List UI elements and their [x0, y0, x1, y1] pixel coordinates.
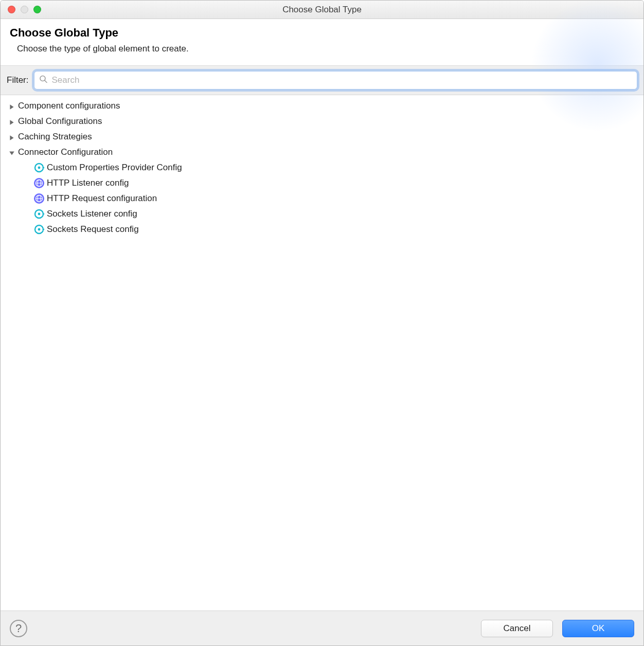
tree-leaf[interactable]: Sockets Listener config — [3, 206, 641, 222]
chevron-right-icon[interactable] — [9, 118, 16, 125]
tree-leaf-label: HTTP Listener config — [47, 178, 129, 188]
tree-node[interactable]: Global Configurations — [3, 114, 641, 129]
titlebar: Choose Global Type — [1, 1, 643, 19]
zoom-window-button[interactable] — [33, 6, 41, 13]
tree-node-label: Caching Strategies — [18, 132, 92, 142]
globe-icon — [33, 177, 45, 189]
search-input-wrapper — [34, 71, 638, 89]
svg-marker-5 — [9, 151, 14, 155]
ok-button[interactable]: OK — [562, 620, 634, 637]
svg-rect-25 — [43, 229, 45, 230]
tree-leaf-label: Custom Properties Provider Config — [47, 163, 182, 173]
search-input[interactable] — [34, 71, 638, 89]
dialog-footer: ? Cancel OK — [1, 611, 643, 645]
tree-leaf-label: Sockets Request config — [47, 224, 139, 235]
tree-node[interactable]: Component configurations — [3, 98, 641, 114]
tree-leaf[interactable]: Custom Properties Provider Config — [3, 160, 641, 175]
dialog-heading: Choose Global Type — [10, 26, 634, 40]
window-title: Choose Global Type — [1, 5, 643, 15]
minimize-window-button — [21, 6, 28, 13]
tree-leaf-label: HTTP Request configuration — [47, 193, 157, 204]
dialog-window: Choose Global Type Choose Global Type Ch… — [0, 0, 644, 646]
filter-label: Filter: — [7, 75, 29, 85]
svg-marker-2 — [10, 104, 13, 110]
tree-leaf-label: Sockets Listener config — [47, 209, 137, 219]
type-tree[interactable]: Component configurationsGlobal Configura… — [1, 95, 643, 611]
globe-icon — [33, 193, 45, 204]
tree-node-label: Global Configurations — [18, 116, 102, 127]
connector-icon — [33, 208, 45, 220]
connector-icon — [33, 224, 45, 235]
tree-node-label: Component configurations — [18, 101, 120, 111]
tree-leaf[interactable]: Sockets Request config — [3, 222, 641, 237]
svg-point-7 — [38, 167, 41, 169]
svg-rect-9 — [43, 167, 45, 169]
svg-point-19 — [38, 213, 41, 216]
svg-rect-21 — [43, 213, 45, 215]
close-window-button[interactable] — [8, 6, 15, 13]
dialog-subtext: Choose the type of global element to cre… — [10, 44, 634, 54]
chevron-right-icon[interactable] — [9, 102, 16, 110]
tree-node[interactable]: Connector Configuration — [3, 145, 641, 160]
tree-node-label: Connector Configuration — [18, 147, 113, 157]
cancel-button[interactable]: Cancel — [481, 620, 553, 637]
chevron-right-icon[interactable] — [9, 133, 16, 140]
tree-leaf[interactable]: HTTP Request configuration — [3, 191, 641, 206]
search-icon — [39, 75, 47, 86]
svg-line-1 — [45, 81, 47, 83]
svg-marker-3 — [10, 120, 13, 125]
chevron-down-icon[interactable] — [9, 149, 16, 156]
tree-node[interactable]: Caching Strategies — [3, 129, 641, 145]
tree-leaf[interactable]: HTTP Listener config — [3, 175, 641, 191]
connector-icon — [33, 162, 45, 173]
filter-row: Filter: — [1, 66, 643, 95]
svg-marker-4 — [10, 135, 13, 140]
dialog-header: Choose Global Type Choose the type of gl… — [1, 19, 643, 66]
window-controls — [1, 6, 41, 13]
help-button[interactable]: ? — [10, 620, 27, 637]
svg-point-23 — [38, 228, 41, 231]
